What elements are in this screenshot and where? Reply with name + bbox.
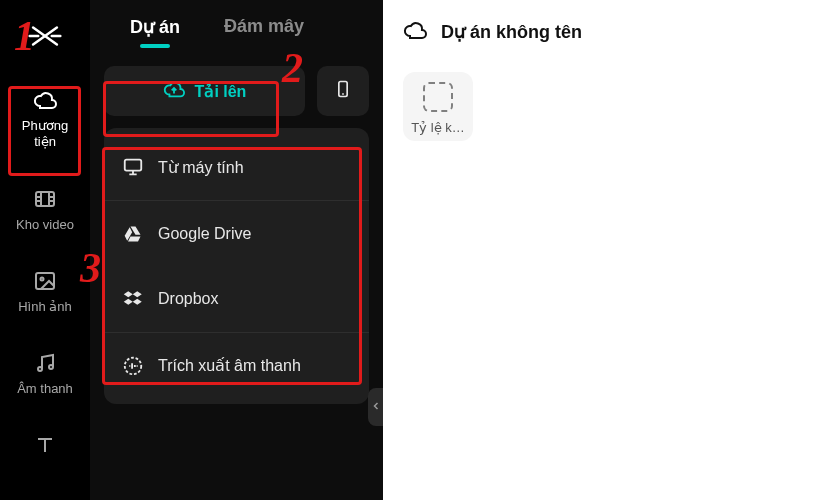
media-panel: Dự án Đám mây Tải lên Từ máy tính [90,0,383,500]
aspect-ratio-button[interactable]: Tỷ lệ k… [403,72,473,141]
cloud-icon [33,88,57,112]
dropbox-icon [122,288,144,310]
menu-item-label: Từ máy tính [158,158,244,177]
upload-button[interactable]: Tải lên [104,66,305,116]
rail-label: Phương tiện [11,118,79,151]
import-from-phone-button[interactable] [317,66,369,116]
rail-item-media[interactable]: Phương tiện [11,78,79,159]
panel-tabs: Dự án Đám mây [104,16,369,46]
aspect-placeholder-icon [423,82,453,112]
svg-rect-6 [125,160,142,171]
svg-point-4 [49,365,53,369]
google-drive-icon [122,223,144,245]
image-icon [33,269,57,293]
app-logo [27,18,63,54]
menu-item-dropbox[interactable]: Dropbox [104,266,369,332]
rail-label: Âm thanh [17,381,73,397]
menu-item-extract-audio[interactable]: Trích xuất âm thanh [104,332,369,398]
tab-project[interactable]: Dự án [130,16,180,46]
menu-item-label: Trích xuất âm thanh [158,356,301,375]
cloud-icon [403,18,427,46]
svg-rect-0 [36,192,54,206]
menu-item-from-computer[interactable]: Từ máy tính [104,134,369,200]
upload-source-menu: Từ máy tính Google Drive Dropbox Trích x… [104,128,369,404]
rail-label: Kho video [16,217,74,233]
menu-item-label: Google Drive [158,225,251,243]
phone-icon [333,79,353,103]
chevron-left-icon [370,398,382,416]
rail-item-audio[interactable]: Âm thanh [11,341,79,405]
svg-point-3 [38,367,42,371]
waveform-icon [122,355,144,377]
filmstrip-icon [33,187,57,211]
aspect-label: Tỷ lệ k… [411,120,465,135]
rail-label: Hình ảnh [18,299,72,315]
menu-item-google-drive[interactable]: Google Drive [104,200,369,266]
left-rail: Phương tiện Kho video Hình ảnh Âm thanh [0,0,90,500]
svg-point-2 [41,277,44,280]
project-title[interactable]: Dự án không tên [441,21,582,43]
monitor-icon [122,156,144,178]
rail-item-image[interactable]: Hình ảnh [11,259,79,323]
menu-item-label: Dropbox [158,290,218,308]
tab-cloud[interactable]: Đám mây [224,16,304,46]
upload-button-label: Tải lên [195,82,247,101]
rail-item-text[interactable] [11,423,79,471]
cloud-upload-icon [163,78,185,104]
rail-item-stock-video[interactable]: Kho video [11,177,79,241]
collapse-panel-handle[interactable] [368,388,384,426]
svg-rect-1 [36,273,54,289]
text-icon [33,433,57,457]
music-icon [33,351,57,375]
canvas-panel: Dự án không tên Tỷ lệ k… [383,0,840,500]
